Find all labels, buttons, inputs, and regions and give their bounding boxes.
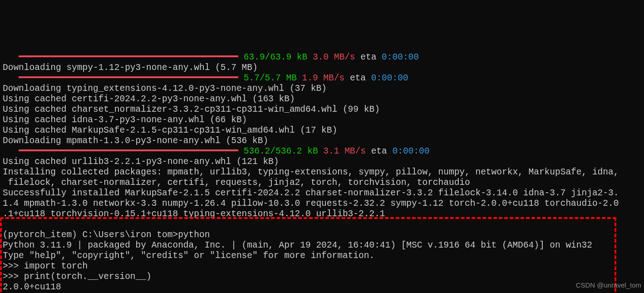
output-line: Downloading mpmath-1.3.0-py3-none-any.wh… <box>3 136 268 146</box>
output-line: Using cached MarkupSafe-2.1.5-cp311-cp31… <box>3 125 337 135</box>
output-line: Successfully installed MarkupSafe-2.1.5 … <box>3 188 619 219</box>
output-line: Type "help", "copyright", "credits" or "… <box>3 251 374 261</box>
progress-line: 536.2/536.2 kB 3.1 MB/s eta 0:00:00 <box>3 146 429 156</box>
output-line: Downloading sympy-1.12-py3-none-any.whl … <box>3 63 258 73</box>
output-line: Installing collected packages: mpmath, u… <box>3 167 619 188</box>
output-line: Using cached idna-3.7-py3-none-any.whl (… <box>3 115 247 125</box>
progress-line: 5.7/5.7 MB 1.9 MB/s eta 0:00:00 <box>3 73 408 83</box>
repl-input: >>> print(torch.__version__) <box>3 272 152 282</box>
output-line: Python 3.11.9 | packaged by Anaconda, In… <box>3 240 592 250</box>
shell-prompt: (pytorch_item) C:\Users\iron tom>python <box>3 230 210 240</box>
terminal[interactable]: 63.9/63.9 kB 3.0 MB/s eta 0:00:00 Downlo… <box>0 52 644 293</box>
repl-output: 2.0.0+cu118 <box>3 282 61 292</box>
watermark: CSDN @unravel_tom <box>576 280 641 290</box>
progress-line: 63.9/63.9 kB 3.0 MB/s eta 0:00:00 <box>3 52 419 62</box>
output-line: Using cached charset_normalizer-3.3.2-cp… <box>3 104 380 114</box>
output-line: Using cached urllib3-2.2.1-py3-none-any.… <box>3 157 279 167</box>
output-line: Downloading typing_extensions-4.12.0-py3… <box>3 84 327 94</box>
repl-input: >>> import torch <box>3 261 88 271</box>
output-line: Using cached certifi-2024.2.2-py3-none-a… <box>3 94 295 104</box>
